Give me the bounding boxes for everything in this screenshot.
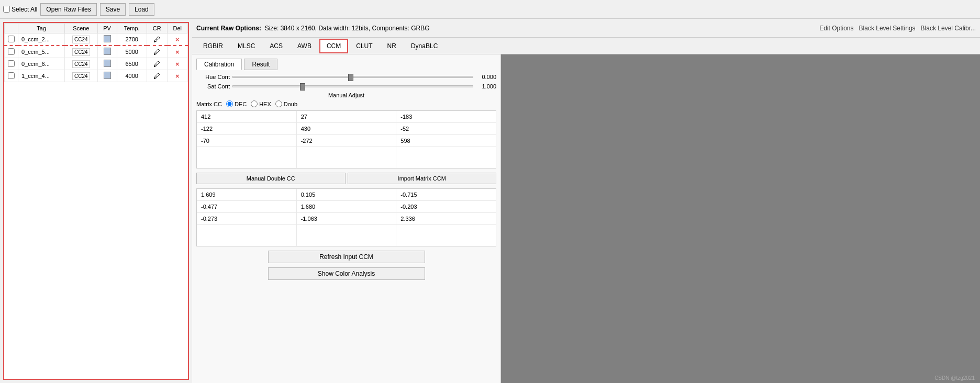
row-1-del[interactable]: × [167, 46, 188, 58]
row-3-cr[interactable]: 🖊 [147, 70, 167, 82]
table-row: 1_ccm_4... CC24 4000 🖊 × [5, 70, 188, 82]
matrix-double-grid: 1.609 0.105 -0.715 -0.477 1.680 -0.203 -… [196, 188, 496, 246]
col-pv: PV [97, 24, 117, 33]
col-check [5, 24, 18, 33]
row-0-del[interactable]: × [167, 33, 188, 46]
hue-corr-thumb[interactable] [348, 74, 353, 81]
radio-dec[interactable] [226, 100, 233, 107]
tab-ccm[interactable]: CCM [319, 39, 348, 53]
row-0-cr[interactable]: 🖊 [147, 33, 167, 46]
load-button[interactable]: Load [129, 3, 154, 16]
tab-awb[interactable]: AWB [291, 39, 318, 53]
row-1-cr[interactable]: 🖊 [147, 46, 167, 58]
row-3-pv[interactable] [97, 70, 117, 82]
tab-mlsc[interactable]: MLSC [231, 39, 262, 53]
col-scene: Scene [65, 24, 97, 33]
row-checkbox-cell[interactable] [5, 46, 18, 58]
show-color-analysis-button[interactable]: Show Color Analysis [268, 267, 425, 280]
row-2-del[interactable]: × [167, 58, 188, 70]
save-button[interactable]: Save [100, 3, 126, 16]
tab-nr[interactable]: NR [381, 39, 403, 53]
sub-tab-result[interactable]: Result [244, 59, 277, 70]
matrix-int-row-0: 412 27 -183 [197, 111, 496, 123]
matrix-dbl-0-0[interactable]: 1.609 [197, 189, 297, 200]
tab-acs[interactable]: ACS [263, 39, 289, 53]
sub-tab-bar: Calibration Result [192, 57, 500, 72]
import-matrix-ccm-button[interactable]: Import Matrix CCM [348, 173, 497, 184]
matrix-int-3-1 [297, 147, 397, 168]
matrix-dbl-row-1: -0.477 1.680 -0.203 [197, 201, 496, 213]
black-level-calib-link[interactable]: Black Level Calibr... [921, 25, 976, 32]
row-3-tag: 1_ccm_4... [18, 70, 65, 82]
radio-double[interactable] [275, 100, 282, 107]
matrix-int-3-0 [197, 147, 297, 168]
matrix-int-2-1[interactable]: -272 [297, 135, 397, 147]
row-1-checkbox[interactable] [8, 48, 15, 55]
row-2-checkbox[interactable] [8, 60, 15, 67]
file-list-panel: Tag Scene PV Temp. CR Del 0_ccm_2... CC2… [3, 22, 189, 380]
matrix-int-0-1[interactable]: 27 [297, 111, 397, 122]
row-checkbox-cell[interactable] [5, 33, 18, 46]
matrix-dbl-1-1[interactable]: 1.680 [297, 201, 397, 212]
black-level-settings-link[interactable]: Black Level Settings [859, 25, 916, 32]
ccm-button-row: Manual Double CC Import Matrix CCM [192, 171, 500, 186]
matrix-dbl-0-1[interactable]: 0.105 [297, 189, 397, 200]
options-bar: Current Raw Options: Size: 3840 x 2160, … [192, 19, 980, 38]
watermark: CSDN @tzg2021 [934, 375, 975, 381]
tab-rgbir[interactable]: RGBIR [196, 39, 230, 53]
row-0-pv[interactable] [97, 33, 117, 46]
row-1-pv[interactable] [97, 46, 117, 58]
tab-clut[interactable]: CLUT [349, 39, 379, 53]
row-2-cr[interactable]: 🖊 [147, 58, 167, 70]
row-3-del[interactable]: × [167, 70, 188, 82]
tab-dynablc[interactable]: DynaBLC [404, 39, 444, 53]
row-2-scene: CC24 [65, 58, 97, 70]
sat-corr-slider[interactable] [232, 85, 473, 87]
hue-corr-row: Hue Corr: 0.000 [192, 72, 500, 82]
matrix-cc-label: Matrix CC [196, 101, 222, 107]
radio-hex-label[interactable]: HEX [251, 100, 271, 107]
matrix-int-1-1[interactable]: 430 [297, 123, 397, 134]
matrix-integer-grid: 412 27 -183 -122 430 -52 -70 -272 598 [196, 110, 496, 168]
sat-corr-value: 1.000 [475, 83, 496, 89]
matrix-dbl-2-2[interactable]: 2.336 [396, 213, 496, 224]
matrix-mode-row: Matrix CC DEC HEX Doub [192, 99, 500, 108]
refresh-input-ccm-button[interactable]: Refresh Input CCM [268, 251, 425, 263]
matrix-dbl-0-2[interactable]: -0.715 [396, 189, 496, 200]
radio-dec-label[interactable]: DEC [226, 100, 247, 107]
matrix-int-0-2[interactable]: -183 [396, 111, 496, 122]
edit-options-link[interactable]: Edit Options [819, 25, 853, 32]
sat-corr-thumb[interactable] [300, 83, 305, 91]
sub-tab-calibration[interactable]: Calibration [196, 59, 242, 70]
hue-corr-slider[interactable] [232, 76, 473, 78]
select-all-checkbox-label[interactable]: Select All [3, 6, 37, 13]
row-0-checkbox[interactable] [8, 36, 15, 42]
row-checkbox-cell[interactable] [5, 70, 18, 82]
manual-adjust-label: Manual Adjust [192, 91, 500, 99]
radio-double-label[interactable]: Doub [275, 100, 297, 107]
open-raw-files-button[interactable]: Open Raw Files [40, 3, 96, 16]
manual-double-cc-button[interactable]: Manual Double CC [196, 173, 346, 184]
matrix-int-2-0[interactable]: -70 [197, 135, 297, 147]
matrix-int-1-2[interactable]: -52 [396, 123, 496, 134]
matrix-dbl-row-2: -0.273 -1.063 2.336 [197, 213, 496, 225]
main-tab-bar: RGBIR MLSC ACS AWB CCM CLUT NR DynaBLC [192, 38, 980, 54]
content-area: Calibration Result Hue Corr: 0.000 Sat C… [192, 54, 980, 383]
matrix-dbl-3-0 [197, 225, 297, 246]
radio-hex[interactable] [251, 100, 258, 107]
matrix-dbl-1-2[interactable]: -0.203 [396, 201, 496, 212]
row-2-pv[interactable] [97, 58, 117, 70]
matrix-int-1-0[interactable]: -122 [197, 123, 297, 134]
matrix-int-2-2[interactable]: 598 [396, 135, 496, 147]
matrix-dbl-1-0[interactable]: -0.477 [197, 201, 297, 212]
row-3-checkbox[interactable] [8, 72, 15, 79]
matrix-int-0-0[interactable]: 412 [197, 111, 297, 122]
col-temp: Temp. [117, 24, 147, 33]
select-all-checkbox[interactable] [3, 6, 10, 13]
matrix-dbl-2-0[interactable]: -0.273 [197, 213, 297, 224]
sat-corr-label: Sat Corr: [196, 83, 230, 89]
toolbar: Select All Open Raw Files Save Load [0, 0, 980, 19]
row-checkbox-cell[interactable] [5, 58, 18, 70]
matrix-dbl-3-1 [297, 225, 397, 246]
matrix-dbl-2-1[interactable]: -1.063 [297, 213, 397, 224]
